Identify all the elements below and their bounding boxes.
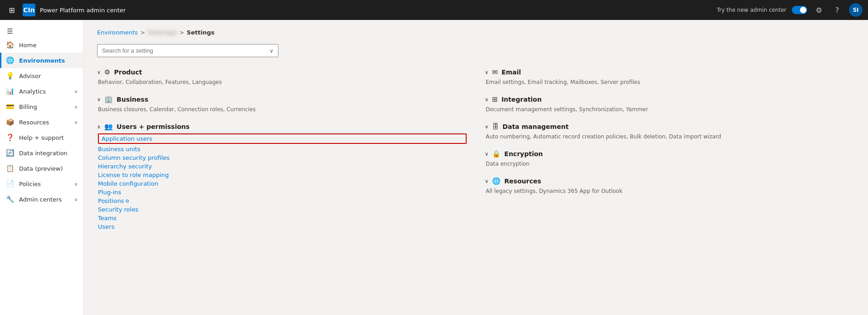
sidebar-item-environments-label: Environments [19,57,65,64]
data-preview-icon: 📋 [5,164,15,172]
main-content: Environments > Powerapp > Settings ∨ ∨ ⚙… [83,20,868,315]
breadcrumb-settings: Settings [187,29,215,36]
resources-subtitle: All legacy settings, Dynamics 365 App fo… [485,188,854,194]
sidebar-item-data-preview[interactable]: 📋 Data (preview) [0,161,83,176]
sidebar-item-help-support-label: Help + support [19,134,64,141]
users-permissions-section: ∧ 👥 Users + permissions Application user… [97,123,467,230]
sidebar-item-home-label: Home [19,42,36,49]
policies-icon: 📄 [5,180,15,188]
email-title: Email [502,69,521,76]
product-section-header: ∨ ⚙ Product [97,68,467,76]
application-users-link[interactable]: Application users [98,133,467,144]
breadcrumb: Environments > Powerapp > Settings [97,29,854,36]
users-link[interactable]: Users [98,223,467,230]
search-bar[interactable]: ∨ [97,44,278,57]
integration-icon: ⊞ [492,95,498,103]
integration-section: ∨ ⊞ Integration Document management sett… [485,95,854,113]
product-subtitle: Behavior, Collaboration, Features, Langu… [97,79,467,85]
email-section: ∨ ✉ Email Email settings, Email tracking… [485,68,854,85]
product-icon: ⚙ [104,68,110,76]
breadcrumb-environments[interactable]: Environments [97,29,138,36]
top-nav-right: Try the new admin center ⚙ ? SI [717,3,863,17]
resources-icon: 📦 [5,118,15,126]
sidebar-item-analytics-label: Analytics [19,88,46,95]
encryption-section-header: ∨ 🔒 Encryption [485,150,854,158]
home-icon: 🏠 [5,41,15,49]
resources-section-icon: 🌐 [492,177,501,185]
license-to-role-mapping-link[interactable]: License to role mapping [98,172,467,178]
sidebar-item-analytics[interactable]: 📊 Analytics ∨ [0,84,83,99]
top-nav: ⊞ CIn Power Platform admin center Try th… [0,0,868,20]
resources-section-header: ∨ 🌐 Resources [485,177,854,185]
menu-icon: ☰ [5,27,15,35]
admin-centers-icon: 🔧 [5,195,15,203]
business-icon: 🏢 [104,95,113,103]
teams-link[interactable]: Teams [98,215,467,221]
waffle-icon[interactable]: ⊞ [5,4,18,16]
policies-chevron-icon: ∨ [74,182,78,187]
advisor-icon: 💡 [5,72,15,80]
business-collapse-icon[interactable]: ∨ [97,97,101,103]
user-avatar[interactable]: SI [849,3,863,17]
sidebar-item-billing[interactable]: 💳 Billing ∨ [0,99,83,114]
sidebar-item-help-support[interactable]: ❓ Help + support [0,130,83,145]
sidebar-item-billing-label: Billing [19,103,37,110]
sidebar-item-policies-label: Policies [19,181,41,187]
data-integration-icon: 🔄 [5,149,15,157]
app-logo: CIn [23,4,35,16]
business-units-link[interactable]: Business units [98,146,467,153]
resources-title: Resources [504,177,541,185]
settings-left-column: ∨ ⚙ Product Behavior, Collaboration, Fea… [97,68,467,240]
plug-ins-link[interactable]: Plug-ins [98,189,467,196]
business-title: Business [117,96,148,103]
sidebar-item-resources[interactable]: 📦 Resources ∨ [0,114,83,130]
settings-grid: ∨ ⚙ Product Behavior, Collaboration, Fea… [97,68,854,240]
sidebar-item-advisor-label: Advisor [19,73,41,79]
sidebar-item-environments[interactable]: 🌐 Environments [0,53,83,68]
sidebar-item-data-preview-label: Data (preview) [19,165,63,172]
breadcrumb-powerapp[interactable]: Powerapp [148,29,177,36]
positions-link-label: Positions [98,197,124,204]
sidebar-item-advisor[interactable]: 💡 Advisor [0,68,83,84]
hierarchy-security-link[interactable]: Hierarchy security [98,163,467,170]
data-management-title: Data management [502,123,569,130]
product-collapse-icon[interactable]: ∨ [97,69,101,75]
search-input[interactable] [102,47,269,54]
body-layout: ☰ 🏠 Home 🌐 Environments 💡 Advisor 📊 Anal… [0,20,868,315]
data-management-icon: 🗄 [492,123,499,131]
resources-chevron-icon: ∨ [74,120,78,125]
sidebar-collapse-btn[interactable]: ☰ [0,24,83,37]
integration-collapse-icon[interactable]: ∨ [485,97,488,103]
product-section: ∨ ⚙ Product Behavior, Collaboration, Fea… [97,68,467,85]
security-roles-link[interactable]: Security roles [98,206,467,213]
resources-collapse-icon[interactable]: ∨ [485,178,488,184]
data-management-collapse-icon[interactable]: ∨ [485,124,488,130]
sidebar-item-admin-centers[interactable]: 🔧 Admin centers ∨ [0,192,83,207]
encryption-title: Encryption [504,150,543,158]
sidebar-item-data-integration[interactable]: 🔄 Data integration [0,145,83,161]
breadcrumb-sep-2: > [180,30,184,36]
encryption-collapse-icon[interactable]: ∨ [485,151,488,157]
analytics-chevron-icon: ∨ [74,89,78,94]
data-management-subtitle: Auto numbering, Automatic record creatio… [485,133,854,140]
billing-icon: 💳 [5,103,15,111]
search-chevron-icon: ∨ [269,48,273,54]
environments-icon: 🌐 [5,56,15,64]
email-collapse-icon[interactable]: ∨ [485,69,488,75]
settings-icon[interactable]: ⚙ [813,4,825,16]
column-security-profiles-link[interactable]: Column security profiles [98,154,467,161]
try-new-toggle[interactable] [792,6,807,14]
sidebar-item-policies[interactable]: 📄 Policies ∨ [0,176,83,192]
encryption-section: ∨ 🔒 Encryption Data encryption [485,150,854,167]
encryption-icon: 🔒 [492,150,501,158]
positions-external-icon: ⧉ [126,198,129,204]
help-icon[interactable]: ? [831,4,844,16]
integration-subtitle: Document management settings, Synchroniz… [485,106,854,113]
mobile-configuration-link[interactable]: Mobile configuration [98,180,467,187]
positions-link[interactable]: Positions ⧉ [98,197,467,204]
users-permissions-collapse-icon[interactable]: ∧ [97,124,101,130]
analytics-icon: 📊 [5,87,15,95]
breadcrumb-sep-1: > [141,30,145,36]
email-section-header: ∨ ✉ Email [485,68,854,76]
sidebar-item-home[interactable]: 🏠 Home [0,37,83,53]
